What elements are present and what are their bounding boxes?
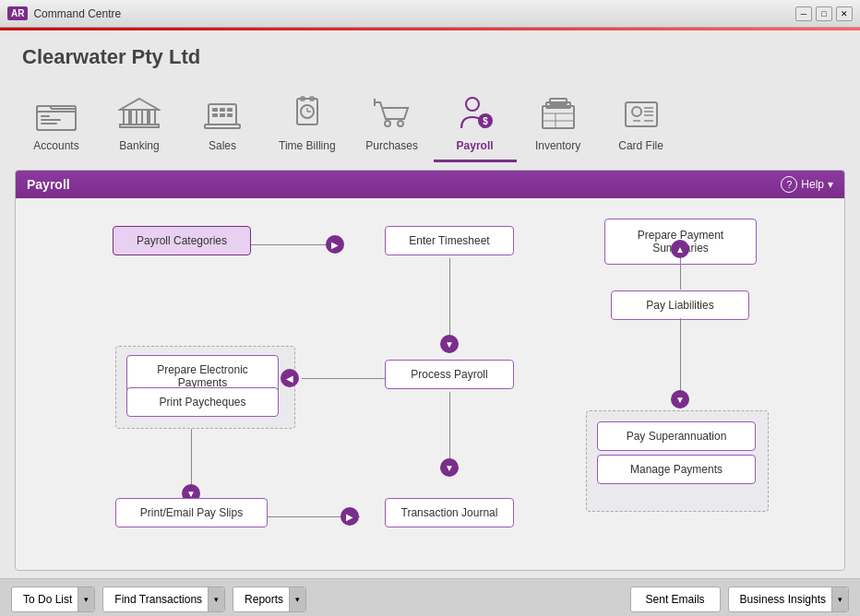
reports-arrow[interactable]: ▾ bbox=[289, 587, 305, 611]
arrow-down-right: ▼ bbox=[671, 390, 689, 409]
find-transactions-button[interactable]: Find Transactions ▾ bbox=[102, 586, 225, 612]
register-icon bbox=[200, 91, 245, 136]
line-v-center-2 bbox=[449, 392, 450, 466]
arrow-down-center: ▼ bbox=[440, 335, 459, 353]
sent-emails-button[interactable]: Sent Emails bbox=[630, 586, 721, 612]
enter-timesheet-box[interactable]: Enter Timesheet bbox=[385, 226, 514, 255]
nav-label-inventory: Inventory bbox=[535, 139, 580, 152]
nav-item-card-file[interactable]: Card File bbox=[600, 84, 683, 160]
company-name: Clearwater Pty Ltd bbox=[22, 45, 838, 69]
cart-icon bbox=[370, 91, 414, 136]
arrow-right-2: ▶ bbox=[340, 507, 359, 526]
arrow-up-right: ▲ bbox=[671, 240, 689, 258]
svg-rect-16 bbox=[220, 113, 225, 117]
pay-superannuation-box[interactable]: Pay Superannuation bbox=[597, 421, 756, 451]
minimize-button[interactable]: ─ bbox=[795, 6, 812, 21]
main-area: Clearwater Pty Ltd Accounts bbox=[0, 30, 860, 616]
line-v-right bbox=[680, 318, 681, 397]
print-paycheques-box[interactable]: Print Paycheques bbox=[126, 387, 279, 417]
svg-rect-13 bbox=[220, 108, 225, 112]
bank-icon bbox=[117, 91, 161, 136]
sent-emails-label: Sent Emails bbox=[646, 593, 705, 606]
svg-rect-9 bbox=[149, 110, 155, 124]
payroll-panel: Payroll ? Help ▾ Payroll Categories ▶ En… bbox=[15, 170, 845, 571]
help-button[interactable]: ? Help ▾ bbox=[781, 176, 833, 193]
svg-rect-14 bbox=[227, 108, 233, 112]
svg-rect-18 bbox=[205, 124, 240, 128]
business-insights-label: Business Insights bbox=[740, 593, 826, 606]
svg-rect-12 bbox=[212, 108, 218, 112]
svg-rect-2 bbox=[41, 115, 50, 117]
svg-rect-15 bbox=[212, 113, 218, 117]
nav-label-sales: Sales bbox=[209, 139, 236, 152]
nav-label-payroll: Payroll bbox=[457, 139, 494, 152]
nav-item-sales[interactable]: Sales bbox=[181, 84, 264, 160]
svg-rect-3 bbox=[41, 119, 61, 121]
svg-point-25 bbox=[385, 121, 390, 126]
title-bar: AR Command Centre ─ □ ✕ bbox=[0, 0, 860, 28]
reports-label: Reports bbox=[245, 593, 283, 606]
process-payroll-box[interactable]: Process Payroll bbox=[385, 360, 514, 389]
print-email-payslips-box[interactable]: Print/Email Pay Slips bbox=[115, 498, 268, 527]
bottom-bar: To Do List ▾ Find Transactions ▾ Reports… bbox=[0, 578, 860, 616]
maximize-button[interactable]: □ bbox=[816, 6, 832, 21]
nav-item-purchases[interactable]: Purchases bbox=[351, 84, 434, 160]
close-button[interactable]: ✕ bbox=[836, 6, 853, 21]
app-logo: AR bbox=[7, 6, 28, 20]
transaction-journal-box[interactable]: Transaction Journal bbox=[385, 498, 514, 527]
todo-list-label: To Do List bbox=[23, 593, 72, 606]
help-dropdown-icon: ▾ bbox=[828, 178, 833, 191]
line-process-to-group bbox=[302, 378, 389, 379]
todo-list-arrow[interactable]: ▾ bbox=[78, 587, 94, 611]
arrow-down-center-2: ▼ bbox=[440, 458, 459, 477]
svg-rect-8 bbox=[142, 110, 148, 124]
arrow-left-1: ◀ bbox=[281, 369, 299, 387]
folder-icon bbox=[34, 91, 78, 136]
clock-icon bbox=[285, 91, 329, 136]
nav-item-time-billing[interactable]: Time Billing bbox=[264, 84, 351, 160]
nav-label-time-billing: Time Billing bbox=[279, 139, 336, 152]
inventory-icon bbox=[536, 91, 580, 136]
nav-label-card-file: Card File bbox=[618, 139, 663, 152]
nav-label-purchases: Purchases bbox=[365, 139, 418, 152]
svg-text:$: $ bbox=[483, 116, 488, 126]
nav-item-payroll[interactable]: $ Payroll bbox=[434, 84, 517, 162]
help-icon: ? bbox=[781, 176, 797, 193]
find-transactions-label: Find Transactions bbox=[114, 593, 202, 606]
svg-rect-4 bbox=[41, 123, 57, 124]
payroll-categories-box[interactable]: Payroll Categories bbox=[113, 226, 251, 255]
svg-rect-31 bbox=[543, 106, 574, 128]
pay-liabilities-box[interactable]: Pay Liabilities bbox=[611, 290, 749, 320]
nav-bar: Accounts Banking bbox=[0, 77, 860, 162]
svg-rect-17 bbox=[227, 113, 233, 117]
manage-payments-box[interactable]: Manage Payments bbox=[597, 455, 756, 484]
reports-button[interactable]: Reports ▾ bbox=[233, 586, 306, 612]
panel-title: Payroll bbox=[27, 177, 70, 192]
nav-item-accounts[interactable]: Accounts bbox=[15, 84, 98, 160]
todo-list-button[interactable]: To Do List ▾ bbox=[11, 586, 95, 612]
svg-point-38 bbox=[632, 107, 641, 116]
svg-rect-7 bbox=[131, 110, 137, 124]
nav-label-banking: Banking bbox=[119, 139, 159, 152]
header: Clearwater Pty Ltd bbox=[0, 30, 860, 77]
nav-item-banking[interactable]: Banking bbox=[98, 84, 181, 160]
app-title: Command Centre bbox=[33, 7, 121, 20]
nav-item-inventory[interactable]: Inventory bbox=[517, 84, 600, 160]
help-label: Help bbox=[801, 178, 824, 191]
svg-point-26 bbox=[398, 121, 403, 126]
cardfile-icon bbox=[619, 91, 663, 136]
business-insights-button[interactable]: Business Insights ▾ bbox=[728, 586, 849, 612]
svg-marker-5 bbox=[120, 99, 159, 110]
panel-header: Payroll ? Help ▾ bbox=[16, 171, 844, 198]
business-insights-arrow[interactable]: ▾ bbox=[831, 587, 848, 611]
svg-point-28 bbox=[466, 98, 479, 111]
find-transactions-arrow[interactable]: ▾ bbox=[208, 587, 224, 611]
arrow-right-1: ▶ bbox=[326, 235, 344, 254]
window-controls: ─ □ ✕ bbox=[795, 6, 853, 21]
payroll-content: Payroll Categories ▶ Enter Timesheet Pre… bbox=[16, 198, 844, 564]
nav-label-accounts: Accounts bbox=[33, 139, 78, 152]
payroll-icon: $ bbox=[453, 91, 497, 136]
svg-rect-10 bbox=[120, 124, 159, 127]
svg-rect-6 bbox=[124, 110, 129, 124]
